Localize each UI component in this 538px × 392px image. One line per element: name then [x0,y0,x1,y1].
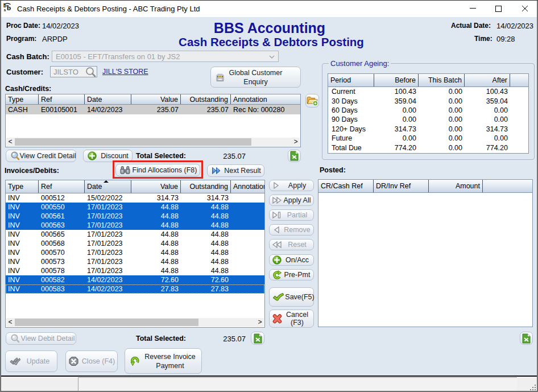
svg-text:s: s [4,7,6,12]
